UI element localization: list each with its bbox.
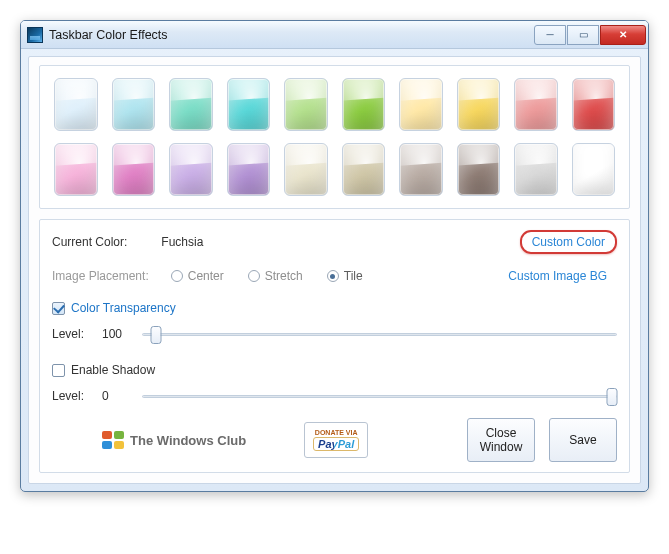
color-swatch[interactable] <box>54 143 98 196</box>
placement-center-label: Center <box>188 269 224 283</box>
color-swatch[interactable] <box>227 143 271 196</box>
color-swatch[interactable] <box>572 143 616 196</box>
shadow-row: Enable Shadow <box>52 358 617 382</box>
window-title: Taskbar Color Effects <box>49 28 533 42</box>
color-swatch[interactable] <box>227 78 271 131</box>
maximize-button[interactable]: ▭ <box>567 25 599 45</box>
placement-radios: Center Stretch Tile <box>171 269 363 283</box>
transparency-level-value: 100 <box>102 327 132 341</box>
color-swatch[interactable] <box>342 143 386 196</box>
paypal-logo: PayPal <box>313 437 359 451</box>
donate-top-label: DONATE VIA <box>315 429 358 436</box>
color-swatch[interactable] <box>54 78 98 131</box>
transparency-row: Color Transparency <box>52 296 617 320</box>
color-swatch[interactable] <box>399 78 443 131</box>
color-swatch[interactable] <box>514 78 558 131</box>
color-swatch[interactable] <box>284 78 328 131</box>
shadow-check-label: Enable Shadow <box>71 363 155 377</box>
placement-center[interactable]: Center <box>171 269 224 283</box>
titlebar[interactable]: Taskbar Color Effects ─ ▭ ✕ <box>21 21 648 49</box>
transparency-slider[interactable] <box>142 324 617 344</box>
transparency-level-row: Level: 100 <box>52 324 617 344</box>
transparency-checkbox[interactable]: Color Transparency <box>52 301 176 315</box>
placement-tile[interactable]: Tile <box>327 269 363 283</box>
save-button[interactable]: Save <box>549 418 617 462</box>
donate-paypal-button[interactable]: DONATE VIA PayPal <box>304 422 368 458</box>
placement-label: Image Placement: <box>52 269 149 283</box>
placement-stretch-label: Stretch <box>265 269 303 283</box>
color-swatch[interactable] <box>169 78 213 131</box>
window-body: Current Color: Fuchsia Custom Color Imag… <box>28 56 641 484</box>
shadow-level-label: Level: <box>52 389 92 403</box>
transparency-check-label: Color Transparency <box>71 301 176 315</box>
color-swatch[interactable] <box>284 143 328 196</box>
app-window: Taskbar Color Effects ─ ▭ ✕ Current Colo… <box>20 20 649 492</box>
current-color-value: Fuchsia <box>161 235 203 249</box>
color-swatch[interactable] <box>112 143 156 196</box>
brand-label: The Windows Club <box>130 433 246 448</box>
color-swatch[interactable] <box>514 143 558 196</box>
color-swatch[interactable] <box>399 143 443 196</box>
placement-tile-label: Tile <box>344 269 363 283</box>
window-controls: ─ ▭ ✕ <box>533 25 646 45</box>
shadow-slider[interactable] <box>142 386 617 406</box>
checkbox-icon <box>52 364 65 377</box>
swatch-row-1 <box>54 78 615 131</box>
settings-panel: Current Color: Fuchsia Custom Color Imag… <box>39 219 630 473</box>
color-swatch[interactable] <box>457 78 501 131</box>
shadow-level-row: Level: 0 <box>52 386 617 406</box>
current-color-label: Current Color: <box>52 235 127 249</box>
close-button[interactable]: ✕ <box>600 25 646 45</box>
color-swatch[interactable] <box>457 143 501 196</box>
checkbox-icon <box>52 302 65 315</box>
app-icon <box>27 27 43 43</box>
color-swatch[interactable] <box>169 143 213 196</box>
color-swatch[interactable] <box>112 78 156 131</box>
shadow-level-value: 0 <box>102 389 132 403</box>
brand-badge[interactable]: The Windows Club <box>102 431 246 449</box>
color-swatch[interactable] <box>342 78 386 131</box>
shadow-checkbox[interactable]: Enable Shadow <box>52 363 155 377</box>
swatch-row-2 <box>54 143 615 196</box>
close-window-button[interactable]: Close Window <box>467 418 535 462</box>
current-color-row: Current Color: Fuchsia Custom Color <box>52 230 617 254</box>
custom-image-link[interactable]: Custom Image BG <box>498 266 617 286</box>
color-swatch[interactable] <box>572 78 616 131</box>
placement-row: Image Placement: Center Stretch Tile Cus… <box>52 264 617 288</box>
footer-row: The Windows Club DONATE VIA PayPal Close… <box>52 418 617 462</box>
minimize-button[interactable]: ─ <box>534 25 566 45</box>
transparency-level-label: Level: <box>52 327 92 341</box>
windows-flag-icon <box>102 431 124 449</box>
color-swatch-panel <box>39 65 630 209</box>
custom-color-link[interactable]: Custom Color <box>520 230 617 254</box>
placement-stretch[interactable]: Stretch <box>248 269 303 283</box>
